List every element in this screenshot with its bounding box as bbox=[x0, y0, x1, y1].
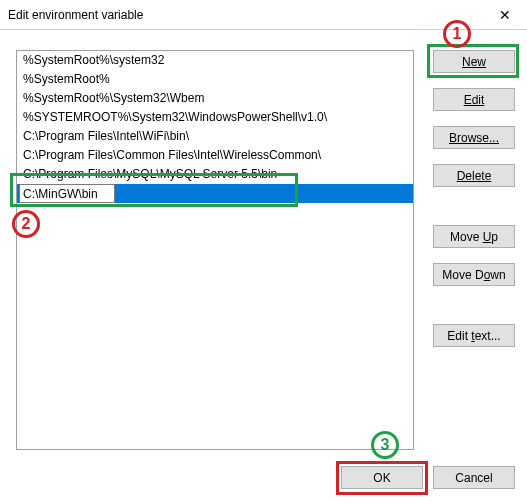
list-item[interactable]: %SystemRoot%\system32 bbox=[17, 51, 413, 70]
path-listbox[interactable]: %SystemRoot%\system32 %SystemRoot% %Syst… bbox=[16, 50, 414, 450]
list-item[interactable]: C:\Program Files\MySQL\MySQL Server 5.5\… bbox=[17, 165, 413, 184]
edittext-button-label: Edit text... bbox=[447, 329, 500, 343]
window-title: Edit environment variable bbox=[8, 8, 143, 22]
delete-button-label: Delete bbox=[457, 169, 492, 183]
list-item-selected[interactable] bbox=[17, 184, 413, 203]
close-button[interactable]: ✕ bbox=[482, 0, 527, 30]
list-item[interactable]: C:\Program Files\Intel\WiFi\bin\ bbox=[17, 127, 413, 146]
close-icon: ✕ bbox=[499, 7, 511, 23]
movedown-button-label: Move Down bbox=[442, 268, 505, 282]
dialog-body: %SystemRoot%\system32 %SystemRoot% %Syst… bbox=[0, 30, 527, 501]
delete-button[interactable]: Delete bbox=[433, 164, 515, 187]
moveup-button-label: Move Up bbox=[450, 230, 498, 244]
ok-button[interactable]: OK bbox=[341, 466, 423, 489]
browse-button-label: Browse... bbox=[449, 131, 499, 145]
list-item[interactable]: %SYSTEMROOT%\System32\WindowsPowerShell\… bbox=[17, 108, 413, 127]
edit-button[interactable]: Edit bbox=[433, 88, 515, 111]
edittext-button[interactable]: Edit text... bbox=[433, 324, 515, 347]
new-button[interactable]: New bbox=[433, 50, 515, 73]
list-item[interactable]: %SystemRoot% bbox=[17, 70, 413, 89]
list-item[interactable]: C:\Program Files\Common Files\Intel\Wire… bbox=[17, 146, 413, 165]
path-edit-input[interactable] bbox=[19, 184, 115, 203]
list-item[interactable]: %SystemRoot%\System32\Wbem bbox=[17, 89, 413, 108]
titlebar: Edit environment variable ✕ bbox=[0, 0, 527, 30]
cancel-button[interactable]: Cancel bbox=[433, 466, 515, 489]
edit-button-label: Edit bbox=[464, 93, 485, 107]
moveup-button[interactable]: Move Up bbox=[433, 225, 515, 248]
movedown-button[interactable]: Move Down bbox=[433, 263, 515, 286]
browse-button[interactable]: Browse... bbox=[433, 126, 515, 149]
new-button-label: New bbox=[462, 55, 486, 69]
